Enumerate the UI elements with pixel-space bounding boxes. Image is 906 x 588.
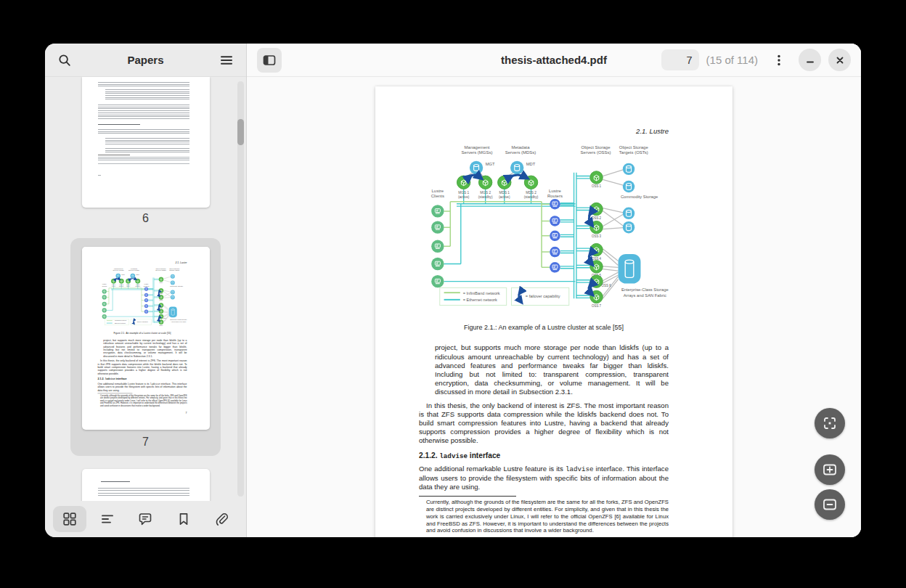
mds2-node: MDS 2 (standby) [524, 176, 539, 198]
mds-group-label: Metadata [512, 145, 531, 150]
figure-caption: Figure 2.1.: An example of a Lustre clus… [419, 323, 669, 332]
oss-group-label: Object Storage [581, 145, 611, 150]
svg-text:(active): (active) [499, 195, 510, 199]
zoom-fit-icon [822, 415, 838, 431]
svg-text:OSS 4: OSS 4 [592, 257, 602, 261]
search-icon [57, 53, 72, 68]
svg-text:Servers (OSSs): Servers (OSSs) [581, 150, 611, 155]
app-menu-button[interactable] [214, 48, 239, 73]
thumbnails-tab[interactable] [53, 506, 86, 532]
thumbnails-icon [62, 512, 77, 526]
mgt-node: MGT [470, 161, 495, 174]
ost-group-label: Object Storage [619, 145, 649, 150]
svg-text:(standby): (standby) [524, 195, 539, 199]
zoom-out-icon [821, 496, 838, 513]
svg-text:OSS 7: OSS 7 [592, 305, 602, 309]
commodity-storage-label: Commodity Storage [621, 195, 658, 199]
sidebar-headerbar: Papers [45, 44, 246, 77]
page-label: 6 [82, 208, 210, 229]
infiniband-network-lines [444, 202, 550, 267]
close-icon [834, 54, 846, 66]
lustre-figure: Management Servers (MGSs) Metadata Serve… [413, 143, 673, 319]
footnote: Currently, although the grounds of the f… [426, 499, 669, 534]
document-view[interactable]: 2.1. Lustre [247, 77, 861, 537]
sidebar-toolbar [45, 501, 246, 537]
page-7-thumbnail[interactable]: 2.1. Lustre Figure 2.1.: An example of a… [82, 247, 210, 430]
svg-text:Arrays and SAN Fabric: Arrays and SAN Fabric [624, 293, 666, 298]
lustre-routers-label: Lustre [549, 189, 561, 193]
thumbnail-item-page-6[interactable]: 6 [82, 77, 210, 229]
scrollbar-thumb[interactable] [237, 119, 244, 145]
svg-text:(active): (active) [458, 195, 470, 199]
lustre-clients-label: Lustre [432, 189, 444, 193]
lustre-router-nodes [550, 199, 560, 273]
paragraph: In this thesis, the only backend of inte… [419, 401, 669, 446]
close-button[interactable] [828, 49, 851, 71]
lustre-client-nodes [431, 205, 444, 287]
mgs-group-label: Management [465, 145, 490, 150]
paperclip-icon [214, 512, 229, 526]
mgs1-node: MGS 1 (active) [457, 176, 470, 198]
svg-text:MDS 2: MDS 2 [526, 191, 536, 195]
infiniband-legend-label: = InfiniBand network [463, 291, 500, 295]
app-window: thesis-attached4.pdf (15 of 114) [45, 44, 861, 537]
svg-text:MDT: MDT [526, 162, 536, 166]
zoom-in-icon [821, 461, 838, 478]
network-legend: = InfiniBand network = Ethernet network [440, 288, 507, 306]
page-number-input[interactable] [661, 49, 699, 70]
enterprise-storage-node: Enterprise-Class Storage Arrays and SAN … [619, 254, 669, 298]
mgs2-node: MGS 2 (standby) [478, 176, 493, 198]
svg-text:OSS 1: OSS 1 [592, 184, 602, 188]
zoom-in-button[interactable] [815, 454, 845, 485]
sidebar-toggle-icon [262, 53, 277, 68]
zoom-out-button[interactable] [815, 489, 845, 520]
svg-text:Targets (OSTs): Targets (OSTs) [619, 150, 648, 155]
svg-text:Routers: Routers [547, 194, 563, 198]
thumbnail-item-page-7[interactable]: 2.1. Lustre Figure 2.1.: An example of a… [70, 238, 221, 456]
svg-text:(standby): (standby) [478, 195, 493, 199]
svg-text:MGS 2: MGS 2 [480, 191, 491, 195]
running-header: 2.1. Lustre [419, 127, 669, 136]
oss-nodes: OSS 1 OSS 2 OSS 3 OSS 4 OSS 5 OSS 6 OSS … [590, 171, 611, 309]
bookmarks-tab[interactable] [167, 506, 200, 532]
sidebar-scrollbar[interactable] [237, 81, 244, 497]
failover-legend-label: = failover capability [526, 295, 560, 299]
minimize-button[interactable] [799, 49, 821, 71]
zoom-fit-button[interactable] [815, 408, 845, 438]
mds1-node: MDS 1 (active) [498, 176, 511, 198]
annotations-icon [138, 512, 152, 526]
outline-icon [100, 512, 115, 526]
page-6-thumbnail[interactable] [82, 77, 210, 208]
attachments-tab[interactable] [205, 506, 238, 532]
sidebar: Papers [45, 44, 247, 537]
svg-text:MDS 1: MDS 1 [499, 191, 510, 195]
annotations-tab[interactable] [128, 506, 162, 532]
page-8-thumbnail[interactable] [82, 469, 210, 501]
footnote-rule [419, 496, 516, 497]
svg-text:MGT: MGT [486, 162, 495, 166]
svg-text:OSS 3: OSS 3 [592, 234, 602, 238]
thumbnail-list: 6 2.1. Lustre Figure 2.1.: An example of… [45, 77, 246, 501]
sidebar-toggle-button[interactable] [257, 48, 282, 73]
pdf-page: 2.1. Lustre [375, 86, 732, 537]
ethernet-legend-label: = Ethernet network [463, 298, 497, 302]
thumbnail-item-page-8[interactable] [82, 456, 210, 501]
svg-text:Servers (MGSs): Servers (MGSs) [462, 150, 493, 155]
menu-button[interactable] [767, 48, 791, 73]
search-button[interactable] [52, 48, 77, 73]
svg-text:OSS 6: OSS 6 [602, 285, 612, 288]
page-label: 7 [142, 430, 149, 454]
svg-text:Clients: Clients [431, 194, 444, 198]
mdt-node: MDT [510, 161, 536, 174]
enterprise-storage-label: Enterprise-Class Storage [621, 287, 669, 292]
bookmark-icon [176, 512, 191, 526]
paragraph: One additional remarkable Lustre feature… [419, 465, 669, 492]
minimize-icon [804, 54, 816, 66]
kebab-icon [772, 53, 786, 68]
paragraph: project, but supports much more storage … [435, 343, 669, 396]
outline-tab[interactable] [91, 506, 124, 532]
svg-text:Servers (MDSs): Servers (MDSs) [505, 150, 536, 155]
main-area: thesis-attached4.pdf (15 of 114) [247, 44, 861, 537]
subsection-heading: 2.1.2. ladvise interface [419, 452, 669, 461]
svg-text:OSS 2: OSS 2 [592, 216, 602, 220]
